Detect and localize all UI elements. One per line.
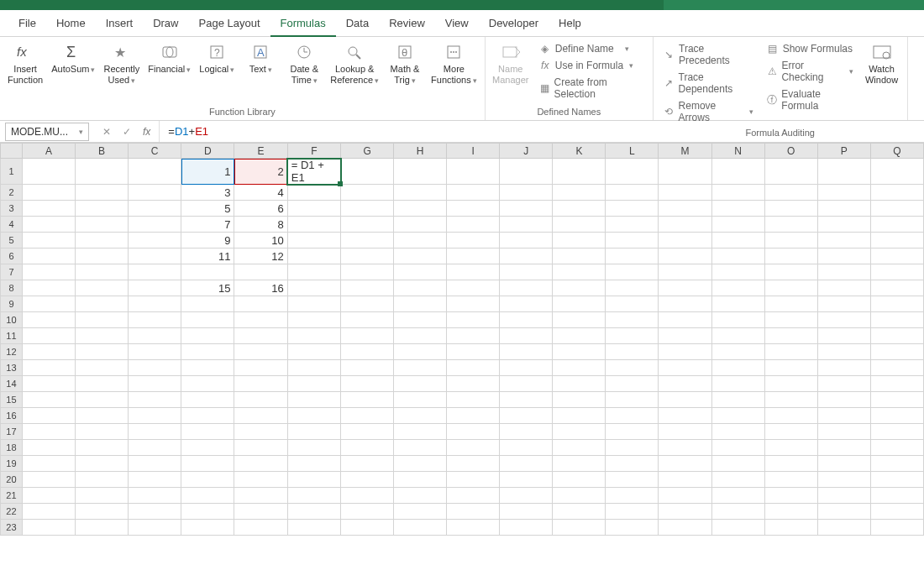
row-header[interactable]: 20 — [1, 472, 23, 488]
row-header[interactable]: 11 — [1, 328, 23, 344]
cell-D9[interactable] — [181, 296, 234, 312]
cell-C7[interactable] — [129, 264, 181, 280]
cell-H10[interactable] — [394, 312, 447, 328]
cell-B19[interactable] — [75, 456, 128, 472]
cell-P15[interactable] — [817, 392, 870, 408]
cell-H8[interactable] — [394, 280, 447, 296]
cell-G9[interactable] — [341, 296, 394, 312]
cell-M1[interactable] — [659, 159, 711, 185]
cell-L3[interactable] — [606, 201, 659, 217]
cell-H20[interactable] — [394, 472, 447, 488]
column-header[interactable]: I — [447, 144, 500, 159]
cell-F6[interactable] — [287, 248, 340, 264]
cell-G7[interactable] — [341, 264, 394, 280]
cell-L2[interactable] — [606, 185, 659, 201]
cell-D19[interactable] — [181, 456, 234, 472]
cell-Q23[interactable] — [870, 520, 923, 536]
tab-file[interactable]: File — [8, 10, 46, 37]
cell-Q20[interactable] — [870, 472, 923, 488]
cell-C10[interactable] — [129, 312, 181, 328]
cell-C12[interactable] — [129, 344, 181, 360]
cell-A15[interactable] — [22, 392, 75, 408]
cell-L23[interactable] — [606, 520, 659, 536]
cell-L12[interactable] — [606, 344, 659, 360]
cell-P3[interactable] — [817, 201, 870, 217]
cell-C21[interactable] — [129, 488, 181, 504]
cell-M8[interactable] — [659, 280, 711, 296]
cell-A19[interactable] — [22, 456, 75, 472]
row-header[interactable]: 23 — [1, 520, 23, 536]
cell-M7[interactable] — [659, 264, 711, 280]
cell-L4[interactable] — [606, 217, 659, 233]
cell-L15[interactable] — [606, 392, 659, 408]
cell-J5[interactable] — [500, 233, 553, 248]
cell-B9[interactable] — [75, 296, 128, 312]
cell-M16[interactable] — [659, 408, 711, 424]
cell-K16[interactable] — [553, 408, 606, 424]
logical-button[interactable]: ? Logical▾ — [197, 40, 237, 77]
cell-D7[interactable] — [181, 264, 234, 280]
cell-N21[interactable] — [711, 488, 764, 504]
cell-P8[interactable] — [817, 280, 870, 296]
fx-icon[interactable]: fx — [143, 126, 150, 138]
column-header[interactable]: P — [817, 144, 870, 159]
cell-C16[interactable] — [129, 408, 181, 424]
cell-N11[interactable] — [711, 328, 764, 344]
cell-B14[interactable] — [75, 376, 128, 392]
cell-P4[interactable] — [817, 217, 870, 233]
cell-C9[interactable] — [129, 296, 181, 312]
cell-O17[interactable] — [764, 424, 817, 440]
cell-N3[interactable] — [711, 201, 764, 217]
cell-K17[interactable] — [553, 424, 606, 440]
cell-H5[interactable] — [394, 233, 447, 248]
cell-Q11[interactable] — [870, 328, 923, 344]
cell-F18[interactable] — [287, 440, 340, 456]
cell-N18[interactable] — [711, 440, 764, 456]
more-functions-button[interactable]: More Functions▾ — [428, 40, 480, 88]
cell-B21[interactable] — [75, 488, 128, 504]
cell-G19[interactable] — [341, 456, 394, 472]
cell-M14[interactable] — [659, 376, 711, 392]
cell-P9[interactable] — [817, 296, 870, 312]
cell-Q16[interactable] — [870, 408, 923, 424]
cell-J3[interactable] — [500, 201, 553, 217]
cell-P11[interactable] — [817, 328, 870, 344]
cell-Q18[interactable] — [870, 440, 923, 456]
show-formulas-button[interactable]: ▤Show Formulas — [762, 40, 858, 57]
cell-J16[interactable] — [500, 408, 553, 424]
column-header[interactable]: E — [234, 144, 287, 159]
cell-O15[interactable] — [764, 392, 817, 408]
row-header[interactable]: 1 — [1, 159, 23, 185]
watch-window-button[interactable]: Watch Window — [862, 40, 902, 87]
cell-F15[interactable] — [287, 392, 340, 408]
cell-H14[interactable] — [394, 376, 447, 392]
cell-O2[interactable] — [764, 185, 817, 201]
lookup-reference-button[interactable]: Lookup & Reference▾ — [328, 40, 381, 88]
cell-M11[interactable] — [659, 328, 711, 344]
cell-N4[interactable] — [711, 217, 764, 233]
cell-H21[interactable] — [394, 488, 447, 504]
column-header[interactable]: M — [659, 144, 711, 159]
cell-L20[interactable] — [606, 472, 659, 488]
cell-G4[interactable] — [341, 217, 394, 233]
cell-K10[interactable] — [553, 312, 606, 328]
cell-E5[interactable]: 10 — [234, 233, 287, 248]
cell-D12[interactable] — [181, 344, 234, 360]
cell-D1[interactable]: 1 — [181, 159, 234, 185]
cell-C11[interactable] — [129, 328, 181, 344]
text-button[interactable]: A Text▾ — [240, 40, 281, 77]
cell-I9[interactable] — [447, 296, 500, 312]
cell-D15[interactable] — [181, 392, 234, 408]
cell-Q17[interactable] — [870, 424, 923, 440]
cell-L22[interactable] — [606, 504, 659, 520]
tab-formulas[interactable]: Formulas — [270, 10, 336, 37]
row-header[interactable]: 21 — [1, 488, 23, 504]
row-header[interactable]: 22 — [1, 504, 23, 520]
cell-J10[interactable] — [500, 312, 553, 328]
enter-icon[interactable]: ✓ — [123, 126, 131, 138]
cell-E16[interactable] — [234, 408, 287, 424]
cell-K12[interactable] — [553, 344, 606, 360]
row-header[interactable]: 12 — [1, 344, 23, 360]
cell-Q15[interactable] — [870, 392, 923, 408]
cell-G13[interactable] — [341, 360, 394, 376]
